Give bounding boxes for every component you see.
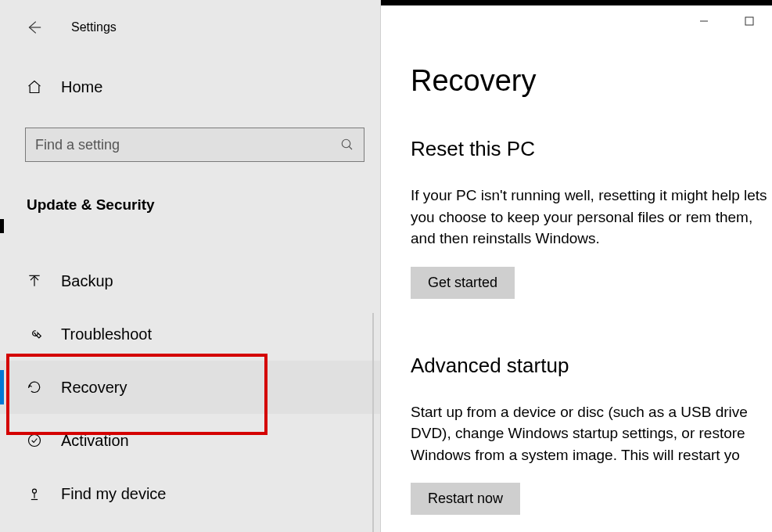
find-device-icon [27,486,42,501]
window-title: Settings [71,20,117,34]
home-nav[interactable]: Home [0,65,380,109]
window-controls [681,5,772,37]
sidebar-item-activation[interactable]: Activation [0,414,380,467]
home-icon [27,79,42,95]
svg-point-5 [29,435,41,447]
sidebar-item-recovery[interactable]: Recovery [0,361,380,414]
settings-window: Settings Home Updat [0,0,772,532]
home-label: Home [61,78,102,96]
sidebar-item-label: Activation [61,432,129,450]
recovery-icon [27,379,42,395]
reset-section: Reset this PC If your PC isn't running w… [411,137,772,299]
sidebar-item-troubleshoot[interactable]: Troubleshoot [0,307,380,361]
svg-point-6 [33,489,37,493]
search-icon [340,138,354,152]
sidebar-item-label: Recovery [61,379,127,397]
nav-list: Backup Troubleshoot Recovery [0,254,380,520]
advanced-startup-section: Advanced startup Start up from a device … [411,354,772,516]
restart-now-button[interactable]: Restart now [411,483,520,515]
svg-point-1 [342,139,350,148]
page-title: Recovery [411,64,772,98]
svg-rect-8 [745,17,753,25]
get-started-button[interactable]: Get started [411,267,515,299]
sidebar-item-label: Troubleshoot [61,325,152,343]
left-artifact [0,219,4,233]
search-input[interactable] [35,137,340,153]
maximize-button[interactable] [727,5,772,37]
sidebar-header: Settings [0,5,380,49]
advanced-description: Start up from a device or disc (such as … [411,401,772,466]
sidebar: Settings Home Updat [0,0,381,532]
troubleshoot-icon [27,326,42,342]
advanced-heading: Advanced startup [411,354,772,378]
sidebar-item-backup[interactable]: Backup [0,254,380,307]
reset-description: If your PC isn't running well, resetting… [411,185,772,250]
sidebar-item-label: Backup [61,272,113,290]
category-heading: Update & Security [0,162,380,223]
minimize-button[interactable] [681,5,727,37]
back-button[interactable] [20,13,48,41]
reset-heading: Reset this PC [411,137,772,161]
sidebar-item-label: Find my device [61,485,167,503]
sidebar-item-find-my-device[interactable]: Find my device [0,467,380,520]
search-input-container[interactable] [25,128,364,162]
scrollbar-hint [372,313,374,532]
svg-line-2 [349,146,352,149]
main-content: Recovery Reset this PC If your PC isn't … [381,0,772,532]
backup-icon [27,273,42,289]
activation-icon [27,433,42,448]
